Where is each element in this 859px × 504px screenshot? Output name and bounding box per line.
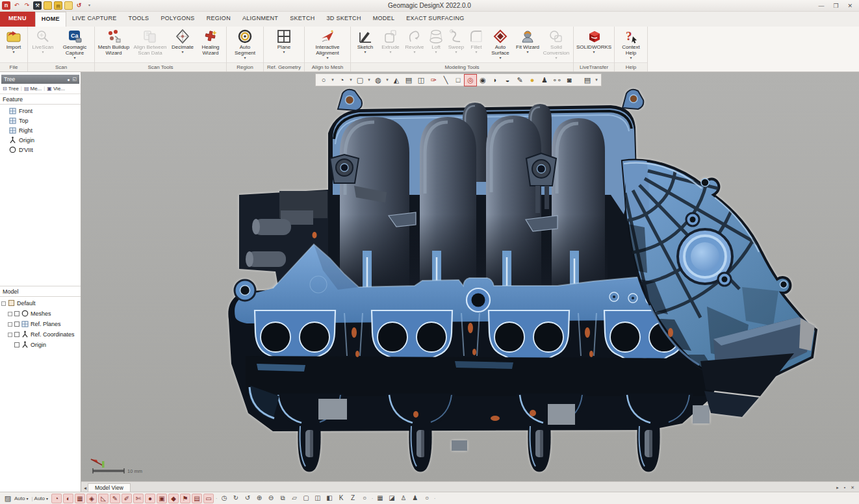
ribbon-button-extrude[interactable]: Extrude▾ [378, 28, 403, 55]
viewport-tool-target-icon[interactable]: ◉ [477, 75, 489, 86]
bottom-tool-circ-icon[interactable]: ○ [359, 494, 370, 503]
model-item-default[interactable]: Default [0, 298, 81, 309]
panel-tab-me[interactable]: ▤Me... [23, 85, 43, 92]
folder-1-icon[interactable] [44, 1, 52, 10]
bottom-tool-frame-icon[interactable]: ▢ [301, 494, 311, 503]
ribbon-button-geomagic-capture[interactable]: CaGeomagic Capture▾ [57, 28, 93, 60]
viewport-tool-target-active-icon[interactable]: ◎ [465, 75, 476, 86]
bottom-tool-blob-icon[interactable]: ◆ [168, 494, 179, 503]
expander-icon[interactable] [1, 301, 6, 306]
bottom-tool-win-icon[interactable]: ◫ [313, 494, 323, 503]
bottom-tool-circle-red-icon[interactable]: ● [145, 494, 155, 503]
model-item-ref-coordinates[interactable]: Ref. Coordinates [0, 329, 81, 340]
feature-item-dviit[interactable]: D'VIIt [0, 145, 81, 155]
bottom-tool-flag-icon[interactable]: ⚑ [180, 494, 190, 503]
tools-dark-icon[interactable]: ⚒ [33, 1, 42, 10]
tab-home[interactable]: HOME [35, 12, 66, 27]
ribbon-button-align-between-scan-data[interactable]: Align Between Scan Data [131, 28, 169, 57]
bottom-tool-panel-icon[interactable]: ◧ [324, 494, 335, 503]
bottom-tool-halfsq-icon[interactable]: ◪ [387, 494, 397, 503]
bottom-tool-circ2-icon[interactable]: ○ [422, 494, 432, 503]
bottom-tool-scissors-icon[interactable]: ✄ [133, 494, 144, 503]
bottom-tool-card-icon[interactable]: ▱ [289, 494, 300, 503]
checkbox[interactable] [14, 321, 19, 327]
ribbon-button-healing-wizard[interactable]: Healing Wizard [196, 28, 225, 57]
viewport-tool-person-icon[interactable]: ♟ [539, 75, 550, 86]
viewport-tool-pie-icon[interactable]: ◔ [336, 75, 348, 86]
tab-tools[interactable]: TOOLS [123, 12, 155, 27]
viewport-tool-dd-icon[interactable]: ▾ [366, 75, 372, 86]
tab-sketch[interactable]: SKETCH [284, 12, 320, 27]
minimize-icon[interactable]: — [818, 3, 824, 9]
save-icon[interactable]: ▤ [54, 1, 62, 10]
bottom-tool-redo-icon[interactable]: ↻ [231, 494, 241, 503]
feature-item-top[interactable]: Top [0, 116, 81, 125]
viewport-tool-circle-icon[interactable]: ○ [318, 75, 329, 86]
feature-item-right[interactable]: Right [0, 125, 81, 135]
feature-item-origin[interactable]: Origin [0, 135, 81, 145]
tab-model-view[interactable]: Model View [88, 483, 131, 492]
viewport-tool-dd-icon[interactable]: ▾ [594, 75, 599, 86]
viewport-tool-sphere-icon[interactable]: ◍ [372, 75, 384, 86]
bottom-tool-window-icon[interactable]: ▣ [157, 494, 167, 503]
folder-2-icon[interactable] [64, 1, 73, 10]
filter-dropdown-1[interactable]: Auto▾ [14, 496, 28, 501]
feature-item-front[interactable]: Front [0, 106, 81, 116]
tab-live-capture[interactable]: LIVE CAPTURE [66, 12, 123, 27]
viewport-tool-sq-icon[interactable]: □ [452, 75, 464, 86]
viewport-tool-dd-icon[interactable]: ▾ [330, 75, 335, 86]
checkbox[interactable] [14, 332, 19, 337]
ribbon-button-import[interactable]: Import▾ [1, 28, 26, 55]
close-icon[interactable]: ✕ [847, 3, 853, 9]
viewport-tool-minipage-icon[interactable]: ▤ [582, 75, 593, 86]
ribbon-button-mesh-buildup-wizard[interactable]: Mesh Buildup Wizard [96, 28, 131, 57]
refresh-red-icon[interactable]: ↺ [75, 1, 83, 10]
bottom-tool-diamond-icon[interactable]: ◈ [86, 494, 97, 503]
viewport-tool-dots-icon[interactable]: ∘∘ [551, 75, 563, 86]
viewport-tool-page-icon[interactable]: ▤ [403, 75, 415, 86]
panel-tab-tree[interactable]: ⊟Tree [1, 85, 20, 92]
expander-icon[interactable] [8, 333, 12, 337]
bottom-tool-tri-icon[interactable]: ◺ [98, 494, 109, 503]
ribbon-button-auto-surface[interactable]: Auto Surface▾ [486, 28, 515, 60]
tab-row-icons[interactable]: ▸ ▪ ✕ [836, 485, 856, 490]
panel-header[interactable]: Tree ● ◱ [1, 75, 79, 84]
ribbon-button-plane[interactable]: Plane▾ [265, 28, 303, 55]
ribbon-button-solidworks[interactable]: SOLIDWORKS▾ [575, 28, 613, 55]
tab-model[interactable]: MODEL [367, 12, 401, 27]
bottom-tool-table2-icon[interactable]: ▦ [375, 494, 385, 503]
float-icon[interactable]: ◱ [72, 77, 77, 82]
checkbox[interactable] [14, 311, 19, 316]
viewport-tool-paint-icon[interactable]: ✑ [428, 75, 439, 86]
model-item-origin[interactable]: Origin [0, 340, 81, 350]
bottom-tool-rect-icon[interactable]: ▭ [203, 494, 214, 503]
viewport-tool-dd-icon[interactable]: ▾ [385, 75, 390, 86]
undo-icon[interactable]: ↶ [12, 1, 21, 10]
maximize-icon[interactable]: ❐ [833, 3, 838, 9]
expander-icon[interactable] [8, 312, 12, 316]
ribbon-button-auto-segment[interactable]: Auto Segment▾ [228, 28, 262, 60]
viewport-tool-circlesq-icon[interactable]: ◙ [563, 75, 575, 86]
bottom-tool-half-icon[interactable]: ◐ [63, 494, 73, 503]
viewport-tool-ball-icon[interactable]: ● [526, 75, 538, 86]
ribbon-button-sketch[interactable]: Sketch▾ [352, 28, 378, 55]
bottom-tool-zoomout-icon[interactable]: ⊖ [266, 494, 276, 503]
tab-exact-surfacing[interactable]: EXACT SURFACING [400, 12, 470, 27]
bottom-tool-table-icon[interactable]: ▤ [192, 494, 202, 503]
redo-icon[interactable]: ↷ [23, 1, 31, 10]
viewport-tool-trimesh-icon[interactable]: ◭ [391, 75, 402, 86]
checkbox[interactable] [14, 342, 19, 347]
bottom-tool-person1-icon[interactable]: ♙ [398, 494, 409, 503]
tab-3d-sketch[interactable]: 3D SKETCH [320, 12, 366, 27]
ribbon-button-revolve[interactable]: Revolve▾ [403, 28, 426, 55]
ribbon-button-loft[interactable]: Loft▾ [426, 28, 446, 55]
bottom-tool-grid-icon[interactable]: ▦ [75, 494, 85, 503]
bottom-tool-pencil-icon[interactable]: ✎ [110, 494, 120, 503]
viewport-tool-halfdot-icon[interactable]: ◒ [502, 75, 513, 86]
more-icon[interactable]: ▾ [85, 1, 94, 10]
model-item-meshes[interactable]: Meshes [0, 309, 81, 319]
ribbon-button-fit-wizard[interactable]: Fit Wizard▾ [515, 28, 541, 55]
ribbon-button-sweep[interactable]: Sweep▾ [446, 28, 467, 55]
tab-alignment[interactable]: ALIGNMENT [237, 12, 284, 27]
viewport-tool-line-icon[interactable]: ╲ [440, 75, 452, 86]
